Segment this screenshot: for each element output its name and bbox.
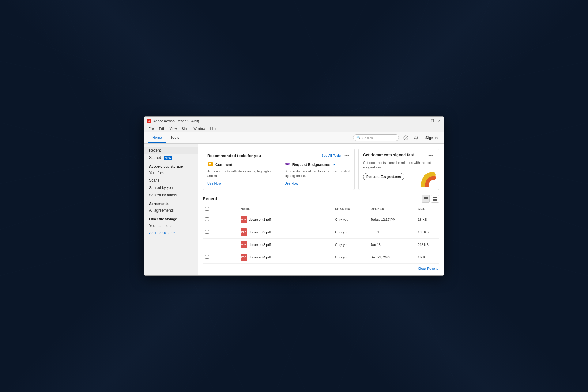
svg-rect-22	[424, 197, 428, 198]
col-sharing: SHARING	[333, 205, 368, 213]
tools-divider	[281, 162, 281, 186]
tools-grid: Comment Add comments with sticky notes, …	[207, 162, 350, 186]
app-icon: A	[147, 119, 152, 123]
sign-card-header: Get documents signed fast •••	[363, 153, 434, 159]
menu-view[interactable]: View	[168, 126, 179, 131]
sidebar-item-your-files[interactable]: Your files	[144, 169, 198, 177]
esig-tool-name: Request E-signatures	[292, 163, 330, 167]
file-icon: PDF	[241, 216, 247, 223]
search-icon: 🔍	[356, 136, 361, 140]
table-header-row: NAME SHARING OPENED SIZE	[203, 205, 439, 213]
sidebar-item-add-file-storage[interactable]: Add file storage	[144, 229, 198, 237]
row-checkbox[interactable]	[205, 255, 209, 259]
menu-edit[interactable]: Edit	[157, 126, 167, 131]
file-name: document4.pdf	[249, 255, 271, 259]
tools-card-header: Recommended tools for you See All Tools …	[207, 153, 350, 159]
col-checkbox	[203, 205, 238, 213]
toolbar-icons: ? Sign In	[402, 134, 440, 141]
row-checkbox[interactable]	[205, 243, 209, 246]
content-area: Recommended tools for you See All Tools …	[198, 144, 444, 275]
menu-sign[interactable]: Sign	[180, 126, 190, 131]
view-toggle	[422, 195, 439, 203]
list-view-button[interactable]	[422, 195, 430, 203]
sidebar-item-your-computer[interactable]: Your computer	[144, 222, 198, 229]
recent-section: Recent	[203, 195, 439, 270]
file-name: document2.pdf	[249, 230, 271, 234]
file-name: document3.pdf	[249, 243, 271, 247]
svg-rect-17	[209, 164, 211, 165]
sign-card-title: Get documents signed fast	[363, 153, 414, 159]
table-row[interactable]: PDF document3.pdf Only you Jan 13 248 KB	[203, 238, 439, 251]
sidebar-item-shared-by-others[interactable]: Shared by others	[144, 191, 198, 199]
svg-text:?: ?	[405, 136, 407, 140]
menu-help[interactable]: Help	[209, 126, 219, 131]
tool-comment-header: Comment	[207, 162, 277, 168]
tools-more-button[interactable]: •••	[343, 153, 350, 159]
svg-rect-28	[435, 199, 437, 201]
table-row[interactable]: PDF document1.pdf Only you Today, 12:17 …	[203, 213, 439, 226]
menu-window[interactable]: Window	[191, 126, 207, 131]
sidebar-item-all-agreements[interactable]: All agreements	[144, 207, 198, 214]
sidebar-item-shared-by-you[interactable]: Shared by you	[144, 184, 198, 191]
file-opened: Jan 13	[368, 238, 415, 251]
help-icon-button[interactable]: ?	[402, 134, 409, 141]
file-size: 248 KB	[415, 238, 439, 251]
select-all-checkbox[interactable]	[205, 207, 209, 211]
menu-bar: File Edit View Sign Window Help	[144, 125, 444, 132]
comment-use-now-link[interactable]: Use Now	[207, 182, 221, 185]
table-row[interactable]: PDF document4.pdf Only you Dec 21, 2022 …	[203, 251, 439, 263]
esig-tool-desc: Send a document to others for easy, trus…	[285, 169, 350, 179]
col-size: SIZE	[415, 205, 439, 213]
file-icon: PDF	[241, 241, 247, 248]
search-box[interactable]: 🔍 Search	[353, 134, 399, 141]
sidebar-section-cloud: Adobe cloud storage	[144, 161, 198, 169]
comment-tool-desc: Add comments with sticky notes, highligh…	[207, 169, 277, 179]
sign-card-more-button[interactable]: •••	[427, 153, 434, 159]
minimize-button[interactable]: ─	[424, 119, 428, 123]
main-layout: Recent Starred NEW Adobe cloud storage Y…	[144, 144, 444, 275]
svg-rect-24	[424, 200, 428, 200]
svg-rect-23	[424, 198, 428, 199]
grid-view-button[interactable]	[431, 195, 439, 203]
file-opened: Feb 1	[368, 226, 415, 238]
clear-recent-link[interactable]: Clear Recent	[203, 264, 439, 270]
request-esignatures-button[interactable]: Request E-signatures	[363, 173, 404, 180]
menu-file[interactable]: File	[147, 126, 156, 131]
window-controls: ─ ❐ ✕	[424, 119, 441, 123]
restore-button[interactable]: ❐	[430, 119, 435, 123]
esig-use-now-link[interactable]: Use Now	[285, 182, 298, 185]
esig-tool-icon	[285, 162, 291, 168]
sidebar-item-starred[interactable]: Starred NEW	[144, 154, 198, 161]
sidebar-item-scans[interactable]: Scans	[144, 177, 198, 184]
tool-esignatures: Request E-signatures ✔ Send a document t…	[285, 162, 350, 186]
svg-point-21	[287, 164, 288, 165]
toolbar: Home Tools 🔍 Search ? Sign In	[144, 132, 444, 144]
row-checkbox[interactable]	[205, 230, 209, 234]
file-sharing: Only you	[333, 238, 368, 251]
file-sharing: Only you	[333, 251, 368, 263]
see-all-tools-link[interactable]: See All Tools	[321, 154, 341, 157]
esig-verified-badge: ✔	[333, 163, 336, 167]
title-bar: A Adobe Acrobat Reader (64-bit) ─ ❐ ✕	[144, 117, 444, 125]
file-name: document1.pdf	[249, 218, 271, 221]
recent-table: NAME SHARING OPENED SIZE PDF document1.p…	[203, 205, 439, 264]
file-icon: PDF	[241, 254, 247, 261]
sign-card-graphic	[421, 172, 436, 187]
file-size: 1 KB	[415, 251, 439, 263]
svg-rect-26	[435, 197, 437, 198]
search-input[interactable]: Search	[362, 136, 373, 140]
file-opened: Dec 21, 2022	[368, 251, 415, 263]
svg-rect-25	[433, 197, 435, 198]
sign-in-button[interactable]: Sign In	[423, 134, 440, 141]
comment-tool-name: Comment	[215, 163, 232, 167]
tab-home[interactable]: Home	[148, 133, 166, 143]
window-title: Adobe Acrobat Reader (64-bit)	[153, 119, 424, 123]
sidebar-section-other-storage: Other file storage	[144, 214, 198, 222]
table-row[interactable]: PDF document2.pdf Only you Feb 1 103 KB	[203, 226, 439, 238]
close-button[interactable]: ✕	[437, 119, 441, 123]
notifications-icon-button[interactable]	[413, 134, 420, 141]
sidebar-item-recent[interactable]: Recent	[144, 147, 198, 154]
row-checkbox[interactable]	[205, 217, 209, 221]
tab-tools[interactable]: Tools	[166, 133, 183, 143]
adobe-logo: A	[147, 119, 151, 123]
